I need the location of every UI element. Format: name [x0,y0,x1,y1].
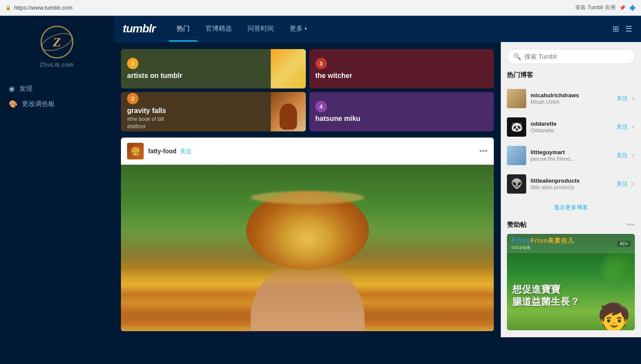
post-header: 🍔 fatty-food 关注 ••• [121,138,494,165]
grid-icon[interactable]: ⊞ [613,24,619,34]
trend-subtitle-2: #the book of bill#billford [127,116,265,131]
blogger-info-micah: micahulrichdraws Micah Ulrich [531,92,612,105]
close-button-oddarette[interactable]: × [631,124,635,131]
trend-title-3: the witcher [315,72,488,80]
sponsored-image: FrisoFriso美素佳儿 GOLD金装 AD× 想促進寶寶 腸道益菌生長？ [507,234,635,330]
blogger-name-alien: littlealienproducts [531,177,612,184]
trend-card-1[interactable]: 1 artists on tumblr [121,49,306,88]
show-more-bloggers-button[interactable]: 显示更多博客 [507,198,635,213]
blogger-name-littleguy: littleguymart [531,149,612,155]
main-area: tumblr 热门 官博精选 问答时间 更多 ▾ ⊞ ☰ [114,16,641,364]
header: tumblr 热门 官博精选 问答时间 更多 ▾ ⊞ ☰ [114,16,641,42]
sponsored-menu-button[interactable]: ••• [627,220,635,230]
blogger-handle-alien: little alien products [531,184,612,191]
avatar-img-micah [507,89,526,108]
follow-button-littleguy[interactable]: 关注 [616,152,628,159]
sponsored-section: 赞助帖 ••• FrisoFriso美素佳儿 GOLD金装 [507,220,635,330]
discover-label: 发现 [19,85,32,93]
trend-card-2[interactable]: 2 gravity falls #the book of bill#billfo… [121,92,306,131]
sidebar-item-palette[interactable]: 🎨 更改调色板 [7,96,107,112]
trend-title-2: gravity falls [127,107,265,115]
sidebar-logo-area: Z ZhuLib.com [7,25,107,68]
trend-rank-1: 1 [127,58,138,69]
post-image [121,165,494,331]
blogger-card-micah: micahulrichdraws Micah Ulrich 关注 × [507,85,635,113]
hot-bloggers-title: 热门博客 [507,71,635,79]
blogger-avatar-oddarette: 🐼 [507,117,526,137]
blogger-card-alien: 👽 littlealienproducts little alien produ… [507,170,635,198]
friso-sub: GOLD金装 [511,245,574,251]
burrito-top-wrap [251,191,365,204]
blogger-avatar-micah [507,89,526,108]
blogger-handle-oddarette: Oddarette [531,127,612,134]
ad-label: AD× [617,241,630,247]
search-icon: 🔍 [514,53,521,60]
trend-title-4: hatsune miku [315,115,488,123]
figurine-shape [280,103,297,130]
tab-trending[interactable]: 热门 [169,16,198,42]
post-user-name: fatty-food 关注 [148,147,191,155]
tab-official[interactable]: 官博精选 [198,16,240,42]
trend-image-2 [271,92,306,131]
trend-rank-4: 4 [315,101,327,112]
content-row: 1 artists on tumblr 3 the witcher [114,42,641,337]
feed-area: 1 artists on tumblr 3 the witcher [114,42,501,337]
install-label[interactable]: 安装 Tumblr 应用 [575,4,616,11]
close-button-micah[interactable]: × [631,95,635,102]
search-input[interactable] [524,53,628,60]
lock-icon: 🔒 [5,5,11,11]
logo-svg: Z [39,25,74,60]
right-sidebar: 🔍 热门博客 micahulrichdraws Micah Ulrich 关 [501,42,641,337]
brand-chinese: Friso美素佳儿 [531,237,574,244]
sponsored-title: 赞助帖 [507,221,527,229]
trend-card-3[interactable]: 3 the witcher [309,49,494,88]
browser-bar: 🔒 https://www.tumblr.com 安装 Tumblr 应用 📌 … [0,0,641,16]
friso-banner: FrisoFriso美素佳儿 GOLD金装 AD× 想促進寶寶 腸道益菌生長？ [507,234,635,330]
avatar-img-littleguy [507,146,526,165]
sidebar-nav: ◉ 发现 🎨 更改调色板 [7,81,107,112]
tab-qa[interactable]: 问答时间 [240,16,282,42]
close-button-littleguy[interactable]: × [631,152,635,159]
svg-text:Z: Z [53,35,61,49]
blogger-avatar-littleguy [507,146,526,165]
browser-right: 安装 Tumblr 应用 📌 🔷 [575,4,636,11]
app-container: Z ZhuLib.com ◉ 发现 🎨 更改调色板 tumblr 热门 [0,16,641,364]
post-menu-button[interactable]: ••• [479,147,488,155]
tab-qa-label: 问答时间 [248,25,274,33]
blogger-handle-micah: Micah Ulrich [531,99,612,105]
tab-more[interactable]: 更多 ▾ [282,16,315,42]
trend-card-4[interactable]: 4 hatsune miku [309,92,494,131]
friso-brand-name: FrisoFriso美素佳儿 [511,237,574,245]
friso-text: Friso [511,237,531,244]
follow-button-alien[interactable]: 关注 [616,180,628,188]
tab-more-label: 更多 [290,25,303,33]
blogger-handle-littleguy: peruse the friend... [531,156,612,162]
sidebar-item-discover[interactable]: ◉ 发现 [7,81,107,96]
leaf-2 [600,256,626,282]
post-card: 🍔 fatty-food 关注 ••• [121,138,494,331]
list-icon[interactable]: ☰ [625,24,632,34]
tab-official-label: 官博精选 [205,25,232,33]
blogger-actions-alien: 关注 × [616,180,635,188]
browser-url: 🔒 https://www.tumblr.com [5,4,73,11]
burrito-cross-section [242,191,373,296]
search-bar[interactable]: 🔍 [507,49,635,64]
header-tabs: 热门 官博精选 问答时间 更多 ▾ [169,16,315,42]
browser-ext-icon: 🔷 [629,5,636,11]
header-logo: tumblr [123,22,156,35]
follow-button-oddarette[interactable]: 关注 [616,123,628,131]
palm-leaves [582,247,635,291]
trend-info-1: 1 artists on tumblr [121,52,271,86]
tab-trending-label: 热门 [177,25,190,33]
blogger-info-oddarette: oddarette Oddarette [531,120,612,134]
url-text: https://www.tumblr.com [14,4,73,11]
blogger-avatar-alien: 👽 [507,174,526,194]
avatar: 🍔 [127,143,144,159]
post-follow-button[interactable]: 关注 [180,148,191,155]
close-button-alien[interactable]: × [631,180,635,187]
blogger-card-oddarette: 🐼 oddarette Oddarette 关注 × [507,113,635,141]
palette-label: 更改调色板 [22,100,55,108]
friso-child-emoji: 🧒 [598,304,630,330]
follow-button-micah[interactable]: 关注 [616,95,628,102]
trend-title-1: artists on tumblr [127,72,265,80]
